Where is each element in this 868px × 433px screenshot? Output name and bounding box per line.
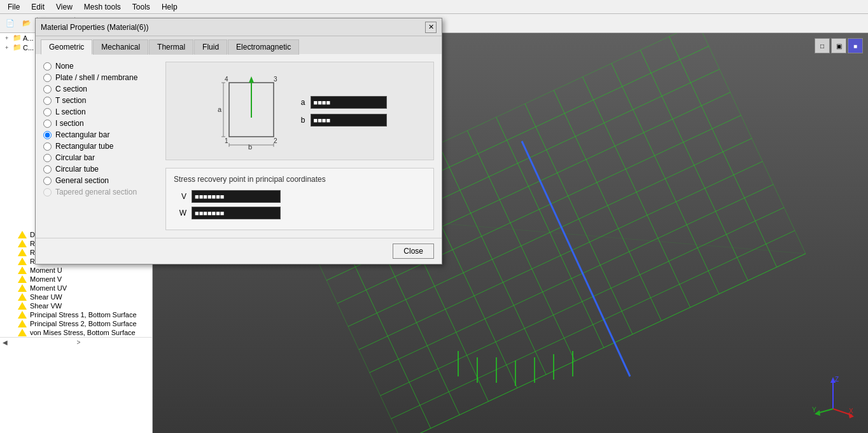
- label-circ-tube: Circular tube: [55, 165, 99, 174]
- field-row-a: a: [296, 96, 387, 109]
- stress-recovery-panel: Stress recovery point in principal coord…: [165, 168, 434, 230]
- option-circ-bar[interactable]: Circular bar: [43, 153, 158, 162]
- radio-plate[interactable]: [43, 74, 52, 82]
- label-tapered: Tapered general section: [55, 188, 137, 196]
- tab-mechanical[interactable]: Mechanical: [93, 39, 148, 55]
- radio-circ-tube[interactable]: [43, 165, 52, 174]
- radio-none[interactable]: [43, 62, 52, 71]
- stress-row-w: W: [174, 207, 426, 219]
- label-a: a: [296, 98, 305, 107]
- label-t-section: T section: [55, 96, 86, 105]
- input-b[interactable]: [311, 114, 387, 127]
- label-none: None: [55, 62, 74, 71]
- diagram-section: 4 3 1 2 a: [165, 62, 434, 230]
- option-tapered[interactable]: Tapered general section: [43, 188, 158, 196]
- label-l-section: L section: [55, 107, 86, 116]
- radio-c-section[interactable]: [43, 85, 52, 93]
- label-plate: Plate / shell / membrane: [55, 73, 137, 82]
- svg-text:a: a: [218, 106, 222, 113]
- svg-text:b: b: [248, 143, 252, 151]
- material-properties-dialog: Material Properties (Material(6)) ✕ Geom…: [35, 18, 442, 265]
- tab-bar: Geometric Mechanical Thermal Fluid Elect…: [36, 36, 442, 54]
- dialog-title: Material Properties (Material(6)): [41, 23, 148, 32]
- option-plate[interactable]: Plate / shell / membrane: [43, 73, 158, 82]
- option-t-section[interactable]: T section: [43, 96, 158, 105]
- label-gen-section: General section: [55, 176, 109, 185]
- label-b: b: [296, 116, 305, 125]
- rect-bar-diagram-svg: 4 3 1 2 a: [213, 70, 290, 153]
- input-a[interactable]: [311, 96, 387, 109]
- tab-fluid[interactable]: Fluid: [194, 39, 227, 55]
- svg-marker-49: [249, 76, 254, 83]
- modal-overlay: Material Properties (Material(6)) ✕ Geom…: [0, 0, 868, 433]
- label-i-section: I section: [55, 119, 84, 128]
- dialog-body: None Plate / shell / membrane C section …: [36, 54, 442, 238]
- option-rect-bar[interactable]: Rectangular bar: [43, 130, 158, 139]
- input-v[interactable]: [192, 190, 281, 203]
- field-row-b: b: [296, 114, 387, 127]
- radio-circ-bar[interactable]: [43, 154, 52, 162]
- radio-t-section[interactable]: [43, 97, 52, 105]
- tab-electromagnetic[interactable]: Electromagnetic: [228, 39, 299, 55]
- option-rect-tube[interactable]: Rectangular tube: [43, 142, 158, 151]
- radio-i-section[interactable]: [43, 120, 52, 128]
- section-options-panel: None Plate / shell / membrane C section …: [43, 62, 158, 230]
- option-c-section[interactable]: C section: [43, 85, 158, 93]
- tab-geometric[interactable]: Geometric: [41, 39, 92, 55]
- svg-text:4: 4: [225, 76, 228, 83]
- dialog-titlebar: Material Properties (Material(6)) ✕: [36, 18, 442, 36]
- svg-text:3: 3: [274, 76, 277, 83]
- label-rect-bar: Rectangular bar: [55, 130, 109, 139]
- option-none[interactable]: None: [43, 62, 158, 71]
- svg-text:1: 1: [225, 137, 228, 144]
- label-v: V: [174, 192, 186, 201]
- label-circ-bar: Circular bar: [55, 153, 95, 162]
- radio-rect-bar[interactable]: [43, 131, 52, 139]
- radio-tapered[interactable]: [43, 188, 52, 196]
- radio-rect-tube[interactable]: [43, 142, 52, 151]
- section-diagram: 4 3 1 2 a: [165, 62, 434, 160]
- dimension-inputs: a b: [296, 96, 387, 127]
- svg-text:2: 2: [274, 137, 277, 144]
- dialog-close-button[interactable]: ✕: [425, 22, 437, 33]
- input-w[interactable]: [192, 207, 281, 219]
- option-gen-section[interactable]: General section: [43, 176, 158, 185]
- label-w: W: [174, 209, 186, 217]
- label-c-section: C section: [55, 85, 87, 93]
- close-button[interactable]: Close: [393, 244, 434, 259]
- stress-recovery-title: Stress recovery point in principal coord…: [174, 175, 426, 184]
- label-rect-tube: Rectangular tube: [55, 142, 113, 151]
- option-l-section[interactable]: L section: [43, 107, 158, 116]
- dialog-footer: Close: [36, 238, 442, 264]
- tab-thermal[interactable]: Thermal: [149, 39, 193, 55]
- option-i-section[interactable]: I section: [43, 119, 158, 128]
- option-circ-tube[interactable]: Circular tube: [43, 165, 158, 174]
- radio-l-section[interactable]: [43, 108, 52, 116]
- stress-row-v: V: [174, 190, 426, 203]
- radio-gen-section[interactable]: [43, 177, 52, 185]
